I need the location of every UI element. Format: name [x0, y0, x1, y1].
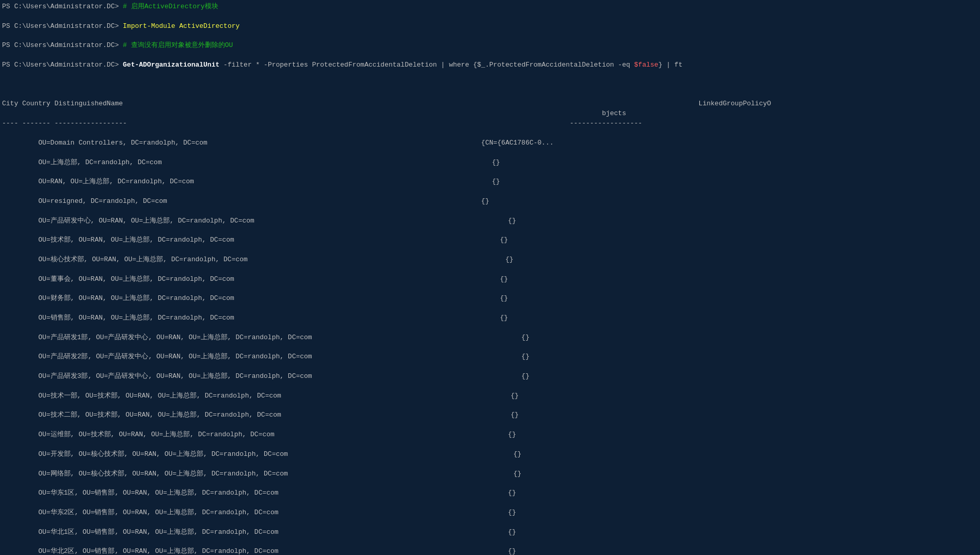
terminal-line: OU=技术部, OU=RAN, OU=上海总部, DC=randolph, DC… — [0, 235, 980, 245]
terminal-line: PS C:\Users\Administrator.DC> # 启用Active… — [0, 2, 980, 12]
terminal-line: ---- ------- ------------------ --------… — [0, 119, 980, 129]
terminal-line: OU=开发部, OU=核心技术部, OU=RAN, OU=上海总部, DC=ra… — [0, 450, 980, 459]
terminal-line: OU=销售部, OU=RAN, OU=上海总部, DC=randolph, DC… — [0, 313, 980, 323]
terminal-line: OU=财务部, OU=RAN, OU=上海总部, DC=randolph, DC… — [0, 294, 980, 304]
terminal-line — [0, 80, 980, 90]
terminal-line: OU=RAN, OU=上海总部, DC=randolph, DC=com {} — [0, 177, 980, 187]
terminal-line: OU=产品研发2部, OU=产品研发中心, OU=RAN, OU=上海总部, D… — [0, 352, 980, 362]
terminal-line: PS C:\Users\Administrator.DC> Import-Mod… — [0, 22, 980, 31]
terminal-line: OU=华东2区, OU=销售部, OU=RAN, OU=上海总部, DC=ran… — [0, 508, 980, 518]
terminal-line: OU=运维部, OU=技术部, OU=RAN, OU=上海总部, DC=rand… — [0, 430, 980, 440]
terminal-line: City Country DistinguishedName LinkedGro… — [0, 99, 980, 119]
terminal-line: OU=上海总部, DC=randolph, DC=com {} — [0, 158, 980, 168]
terminal-line: OU=产品研发1部, OU=产品研发中心, OU=RAN, OU=上海总部, D… — [0, 333, 980, 343]
terminal-line: PS C:\Users\Administrator.DC> Get-ADOrga… — [0, 60, 980, 70]
terminal-line: OU=技术一部, OU=技术部, OU=RAN, OU=上海总部, DC=ran… — [0, 391, 980, 401]
terminal-line: OU=Domain Controllers, DC=randolph, DC=c… — [0, 138, 980, 148]
terminal-line: OU=产品研发3部, OU=产品研发中心, OU=RAN, OU=上海总部, D… — [0, 372, 980, 382]
terminal-line: OU=董事会, OU=RAN, OU=上海总部, DC=randolph, DC… — [0, 275, 980, 284]
terminal-line: OU=核心技术部, OU=RAN, OU=上海总部, DC=randolph, … — [0, 255, 980, 265]
terminal-line: OU=华北2区, OU=销售部, OU=RAN, OU=上海总部, DC=ran… — [0, 547, 980, 555]
terminal-line: OU=resigned, DC=randolph, DC=com {} — [0, 197, 980, 207]
terminal-line: OU=产品研发中心, OU=RAN, OU=上海总部, DC=randolph,… — [0, 216, 980, 226]
terminal-content: PS C:\Users\Administrator.DC> # 启用Active… — [0, 2, 980, 555]
terminal-line: OU=华东1区, OU=销售部, OU=RAN, OU=上海总部, DC=ran… — [0, 488, 980, 498]
terminal-line: PS C:\Users\Administrator.DC> # 查询没有启用对象… — [0, 41, 980, 51]
terminal-line: OU=网络部, OU=核心技术部, OU=RAN, OU=上海总部, DC=ra… — [0, 469, 980, 479]
terminal-window: PS C:\Users\Administrator.DC> # 启用Active… — [0, 0, 980, 555]
terminal-line: OU=技术二部, OU=技术部, OU=RAN, OU=上海总部, DC=ran… — [0, 410, 980, 420]
terminal-line: OU=华北1区, OU=销售部, OU=RAN, OU=上海总部, DC=ran… — [0, 528, 980, 537]
